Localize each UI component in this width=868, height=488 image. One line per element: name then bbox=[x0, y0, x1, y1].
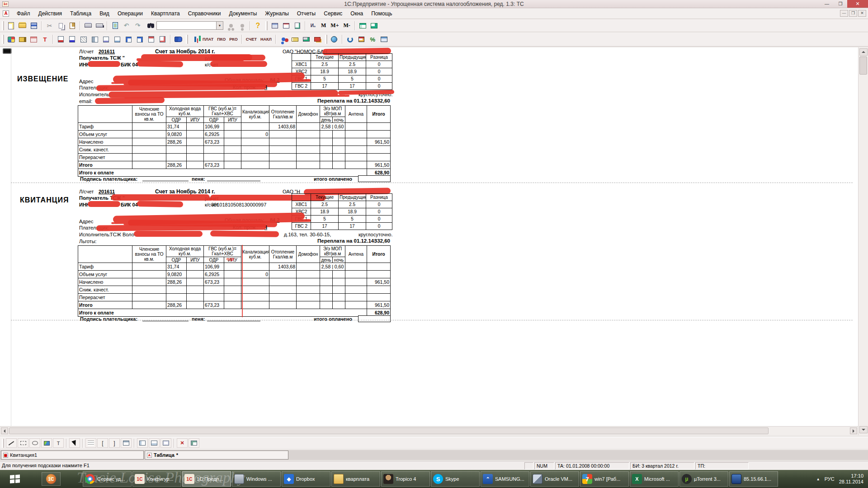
rectangle-tool-icon[interactable] bbox=[18, 438, 28, 448]
doc-t1-icon[interactable] bbox=[123, 34, 134, 45]
taskbar-item-windows[interactable]: Windows ... bbox=[232, 471, 281, 487]
cut-icon[interactable]: ✂ bbox=[44, 20, 55, 31]
menu-operations[interactable]: Операции bbox=[113, 9, 147, 18]
menu-windows[interactable]: Окна bbox=[346, 9, 367, 18]
tab-tablica[interactable]: А Таблица * bbox=[145, 450, 288, 460]
print-invoice-icon[interactable] bbox=[301, 34, 312, 45]
vertical-scroll-thumb[interactable] bbox=[859, 56, 867, 75]
status-tp[interactable]: ТП: bbox=[695, 462, 749, 469]
money-icon[interactable] bbox=[289, 34, 301, 45]
menu-service[interactable]: Сервис bbox=[320, 9, 346, 18]
vertical-scrollbar[interactable] bbox=[858, 47, 868, 435]
horizontal-scroll-thumb[interactable] bbox=[9, 427, 769, 434]
tab-kvitanciya1[interactable]: ▦ Квитанция1 bbox=[1, 450, 144, 460]
tray-expand-icon[interactable]: ▲ bbox=[816, 477, 820, 481]
doc-grid-icon[interactable] bbox=[78, 34, 89, 45]
table-settings-icon[interactable] bbox=[368, 20, 380, 31]
cash-report-icon[interactable] bbox=[5, 34, 17, 45]
print-icon[interactable] bbox=[82, 20, 94, 31]
menu-view[interactable]: Вид bbox=[95, 9, 113, 18]
status-bi[interactable]: БИ: 3 квартал 2012 г. bbox=[630, 462, 694, 469]
taskbar-item-dropbox[interactable]: ◆ Dropbox bbox=[282, 471, 330, 487]
percent-icon[interactable]: % bbox=[367, 34, 378, 45]
section-header-icon[interactable] bbox=[121, 438, 132, 448]
taskbar-item-1c-enterprise[interactable]: 1С 1С:Предп... bbox=[182, 471, 231, 487]
memory-recall-button[interactable]: М bbox=[319, 21, 328, 30]
period-calendar-icon[interactable] bbox=[356, 34, 367, 45]
undo-icon[interactable]: ↶ bbox=[121, 20, 132, 31]
calendar-icon[interactable] bbox=[280, 20, 292, 31]
exclude-area-icon[interactable]: ✕ bbox=[177, 438, 188, 448]
search-combobox[interactable]: ▼ bbox=[156, 21, 223, 30]
language-indicator[interactable]: РУС bbox=[825, 476, 835, 482]
nakl-button[interactable]: НАКЛ bbox=[259, 36, 274, 43]
doc-plain-icon[interactable] bbox=[157, 34, 168, 45]
open-icon[interactable] bbox=[17, 20, 28, 31]
ellipse-tool-icon[interactable] bbox=[29, 438, 40, 448]
window-report-icon[interactable] bbox=[378, 34, 390, 45]
taskbar-item-konfigurator[interactable]: 1С Конфигур... bbox=[132, 471, 181, 487]
print-preview-icon[interactable] bbox=[94, 20, 105, 31]
taskbar-item-utorrent[interactable]: µ µTorrent 3... bbox=[679, 471, 728, 487]
new-document-icon[interactable] bbox=[5, 20, 17, 31]
book-icon[interactable] bbox=[173, 34, 184, 45]
taskbar-item-remote-desktop[interactable]: 85.15.66.1... bbox=[729, 471, 778, 487]
start-button[interactable] bbox=[5, 472, 25, 486]
menu-actions[interactable]: Действия bbox=[34, 9, 66, 18]
schet-button[interactable]: СЧЕТ bbox=[244, 36, 259, 43]
pivot-table-icon[interactable] bbox=[189, 438, 199, 448]
subordination-down-icon[interactable] bbox=[236, 20, 248, 31]
memory-add-button[interactable]: М+ bbox=[328, 21, 341, 30]
copy-icon[interactable] bbox=[55, 20, 66, 31]
merge-cells-icon[interactable] bbox=[160, 438, 171, 448]
taskbar-item-kvarplata-folder[interactable]: кварплата bbox=[331, 471, 380, 487]
edit-document-icon[interactable] bbox=[292, 20, 303, 31]
taskbar-item-win7-vm[interactable]: 7 win7 [Раб... bbox=[580, 471, 629, 487]
scroll-left-button[interactable] bbox=[1, 427, 8, 434]
plat-button[interactable]: ПЛАТ bbox=[201, 36, 215, 43]
status-ta[interactable]: ТА: 01.01.2008 00:00:00 bbox=[555, 462, 629, 469]
chevron-down-icon[interactable]: ▼ bbox=[216, 22, 223, 29]
mdi-minimize-button[interactable]: — bbox=[840, 10, 848, 17]
doc-vp-icon[interactable] bbox=[55, 34, 66, 45]
percent-calc-icon[interactable] bbox=[28, 34, 39, 45]
horizontal-scrollbar[interactable] bbox=[0, 426, 858, 435]
report-chart-icon[interactable] bbox=[189, 34, 201, 45]
help-icon[interactable]: ? bbox=[252, 20, 264, 31]
toolbar-grip[interactable] bbox=[186, 35, 188, 44]
toolbar-grip[interactable] bbox=[325, 35, 327, 44]
minimize-button[interactable]: — bbox=[820, 0, 834, 8]
menu-file[interactable]: Файл bbox=[13, 9, 34, 18]
menu-references[interactable]: Справочники bbox=[184, 9, 225, 18]
close-button[interactable]: ✕ bbox=[847, 0, 868, 8]
refresh-icon[interactable] bbox=[344, 34, 356, 45]
taskbar-item-samsung[interactable]: ⌃ SAMSUNG... bbox=[481, 471, 529, 487]
tariff-icon[interactable]: Т bbox=[39, 34, 51, 45]
bracket-open-icon[interactable]: [ bbox=[97, 438, 108, 448]
people-icon[interactable] bbox=[278, 34, 289, 45]
taskbar-item-excel[interactable]: X Microsoft ... bbox=[630, 471, 679, 487]
save-icon[interactable] bbox=[28, 20, 39, 31]
insert-table-icon[interactable] bbox=[357, 20, 368, 31]
cards-icon[interactable] bbox=[312, 34, 323, 45]
paste-icon[interactable] bbox=[66, 20, 78, 31]
doc-db-icon[interactable] bbox=[66, 34, 78, 45]
line-tool-icon[interactable] bbox=[6, 438, 17, 448]
toolbar-grip[interactable] bbox=[2, 35, 4, 44]
column-section-icon[interactable] bbox=[137, 438, 148, 448]
scroll-up-button[interactable] bbox=[859, 48, 868, 56]
menu-reports[interactable]: Отчеты bbox=[293, 9, 320, 18]
pko-button[interactable]: ПКО bbox=[215, 36, 227, 43]
scroll-right-button[interactable] bbox=[850, 427, 857, 434]
toolbar-grip[interactable] bbox=[2, 439, 4, 448]
taskbar-item-servis[interactable]: Сервис уд... bbox=[83, 471, 132, 487]
globe-report-icon[interactable] bbox=[329, 34, 340, 45]
taskbar-item-skype[interactable]: S Skype bbox=[431, 471, 480, 487]
doc-minus-icon[interactable] bbox=[100, 34, 112, 45]
mdi-restore-button[interactable]: ❐ bbox=[849, 10, 857, 17]
toolbar-grip[interactable] bbox=[265, 21, 268, 30]
scroll-down-button[interactable] bbox=[859, 426, 868, 433]
pointer-tool-icon[interactable] bbox=[69, 438, 80, 448]
menu-documents[interactable]: Документы bbox=[225, 9, 261, 18]
doc-split-icon[interactable] bbox=[89, 34, 100, 45]
